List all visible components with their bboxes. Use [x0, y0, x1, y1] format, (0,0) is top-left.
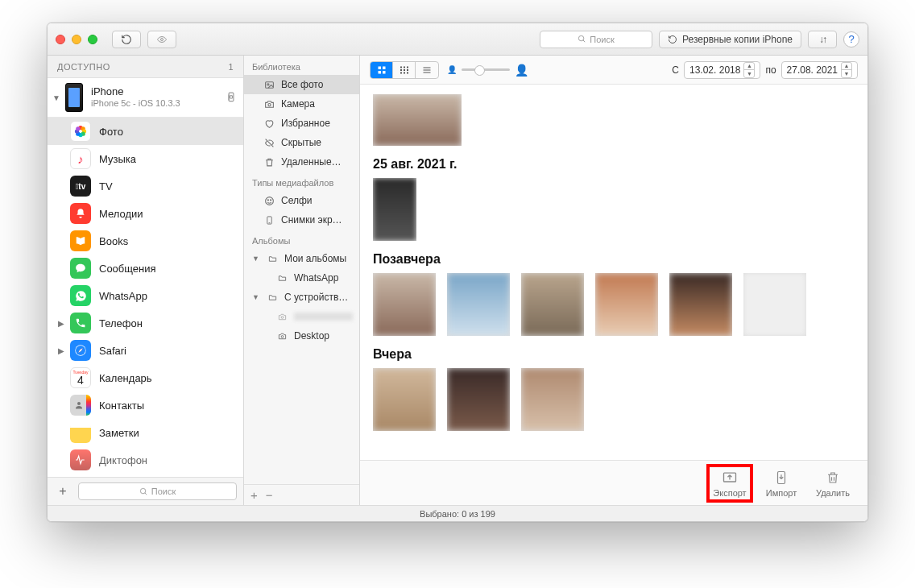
- photo-thumb[interactable]: [447, 273, 510, 336]
- add-album-button[interactable]: +: [250, 488, 258, 502]
- sidebar-item-photos[interactable]: Фото: [48, 118, 243, 145]
- import-button[interactable]: Импорт: [758, 469, 805, 498]
- chevron-down-icon[interactable]: ▼: [252, 293, 260, 301]
- window-controls: [56, 35, 97, 44]
- sidebar-label: Календарь: [99, 372, 152, 384]
- remove-album-button[interactable]: −: [266, 488, 273, 502]
- photo-thumb[interactable]: [373, 94, 462, 146]
- sidebar-item-messages[interactable]: Сообщения: [48, 255, 243, 282]
- sidebar-item-voice-memos[interactable]: Диктофон: [48, 446, 243, 474]
- thumbnail-size-slider[interactable]: 👤 👤: [447, 64, 528, 77]
- device-icon: [65, 83, 83, 112]
- titlebar: Поиск Резервные копии iPhone ↓↑ ?: [48, 23, 867, 56]
- eject-icon[interactable]: [226, 92, 237, 103]
- refresh-icon: [121, 34, 132, 45]
- sidebar-label: TV: [99, 180, 113, 193]
- sidebar-header: ДОСТУПНО 1: [48, 56, 243, 78]
- status-text: Выбрано: 0 из 199: [420, 509, 495, 519]
- chevron-down-icon[interactable]: ▼: [51, 93, 62, 102]
- photo-thumb[interactable]: [373, 368, 436, 431]
- album-from-device[interactable]: ▼ С устройств…: [244, 288, 359, 307]
- device-row[interactable]: ▼ iPhone iPhone 5c - iOS 10.3.3: [48, 78, 243, 118]
- sidebar-item-phone[interactable]: ▶ Телефон: [48, 309, 243, 337]
- album-label: Мои альбомы: [284, 253, 353, 264]
- sidebar-item-books[interactable]: Books: [48, 227, 243, 255]
- search-field-top[interactable]: Поиск: [540, 31, 652, 48]
- sidebar-label: Safari: [99, 345, 126, 357]
- help-button[interactable]: ?: [843, 31, 859, 48]
- media-section-header: Типы медиафайлов: [244, 172, 359, 191]
- album-desktop[interactable]: Desktop: [244, 326, 359, 346]
- sidebar-label: Диктофон: [99, 454, 147, 466]
- media-item-selfie[interactable]: Селфи: [244, 191, 359, 210]
- photo-thumb[interactable]: [521, 368, 584, 431]
- delete-button[interactable]: Удалить: [809, 469, 856, 498]
- refresh-button[interactable]: [112, 31, 141, 48]
- stepper[interactable]: ▲▼: [743, 62, 755, 78]
- sidebar-label: Контакты: [99, 400, 144, 412]
- sidebar-label: Books: [99, 235, 128, 247]
- photo-thumb[interactable]: [669, 273, 732, 336]
- svg-rect-35: [400, 72, 402, 73]
- to-label: по: [765, 64, 776, 76]
- svg-rect-40: [407, 69, 408, 71]
- slider-track[interactable]: [462, 68, 510, 71]
- backup-button[interactable]: Резервные копии iPhone: [659, 31, 801, 48]
- album-hidden[interactable]: [244, 307, 359, 326]
- photo-row: [373, 178, 855, 241]
- transfer-button[interactable]: ↓↑: [808, 31, 837, 48]
- lib-item-deleted[interactable]: Удаленные…: [244, 152, 359, 172]
- add-button[interactable]: +: [54, 482, 72, 500]
- photo-thumb[interactable]: [447, 368, 510, 431]
- sidebar-item-contacts[interactable]: Контакты: [48, 391, 243, 419]
- sidebar-label: WhatsApp: [99, 290, 147, 302]
- lib-item-all[interactable]: Все фото: [244, 75, 359, 94]
- book-icon: [70, 230, 91, 251]
- sidebar-item-tv[interactable]: tv TV: [48, 172, 243, 200]
- library-section-header: Библиотека: [244, 56, 359, 75]
- lib-item-hidden[interactable]: Скрытые: [244, 133, 359, 152]
- sidebar-label: Заметки: [99, 427, 139, 439]
- media-item-screenshots[interactable]: Снимки экр…: [244, 210, 359, 230]
- date-to-input[interactable]: 27.08. 2021 ▲▼: [781, 61, 858, 79]
- view-segmented-control[interactable]: [370, 61, 439, 79]
- contacts-icon: [70, 395, 91, 416]
- sidebar-item-safari[interactable]: ▶ Safari: [48, 337, 243, 364]
- photo-thumb[interactable]: [521, 273, 584, 336]
- chevron-right-icon[interactable]: ▶: [56, 346, 67, 355]
- lib-item-favorites[interactable]: Избранное: [244, 114, 359, 133]
- sidebar-item-ringtones[interactable]: Мелодии: [48, 200, 243, 227]
- stepper[interactable]: ▲▼: [841, 62, 852, 78]
- photo-thumb[interactable]: [373, 273, 436, 336]
- view-thumb[interactable]: [393, 62, 416, 78]
- search-icon: [578, 35, 586, 43]
- photo-grid[interactable]: 25 авг. 2021 г. Позавчера Вчера: [360, 85, 867, 460]
- view-grid[interactable]: [371, 62, 393, 78]
- sidebar-item-music[interactable]: ♪ Музыка: [48, 145, 243, 172]
- sidebar-footer: + Поиск: [48, 477, 243, 505]
- chevron-down-icon[interactable]: ▼: [252, 255, 260, 263]
- svg-point-13: [76, 126, 80, 130]
- section-title: Вчера: [373, 347, 855, 362]
- view-list[interactable]: [416, 62, 438, 78]
- close-button[interactable]: [56, 35, 65, 44]
- photo-thumb[interactable]: [595, 273, 658, 336]
- sidebar-item-notes[interactable]: Заметки: [48, 419, 243, 446]
- sidebar-item-whatsapp[interactable]: WhatsApp: [48, 282, 243, 309]
- export-button[interactable]: Экспорт: [706, 464, 753, 503]
- album-my-albums[interactable]: ▼ Мои альбомы: [244, 249, 359, 268]
- minimize-button[interactable]: [72, 35, 81, 44]
- chevron-right-icon[interactable]: ▶: [56, 319, 67, 328]
- date-from-input[interactable]: 13.02. 2018 ▲▼: [684, 61, 760, 79]
- photo-thumb[interactable]: [743, 273, 806, 336]
- sidebar-search[interactable]: Поиск: [78, 482, 237, 500]
- photo-thumb[interactable]: [373, 178, 416, 241]
- view-button[interactable]: [147, 31, 176, 48]
- refresh-small-icon: [668, 35, 677, 44]
- music-icon: ♪: [70, 148, 91, 169]
- lib-item-camera[interactable]: Камера: [244, 94, 359, 114]
- album-whatsapp[interactable]: WhatsApp: [244, 268, 359, 288]
- sidebar-label: Телефон: [99, 317, 143, 329]
- sidebar-item-calendar[interactable]: Tuesday 4 Календарь: [48, 364, 243, 391]
- zoom-button[interactable]: [88, 35, 97, 44]
